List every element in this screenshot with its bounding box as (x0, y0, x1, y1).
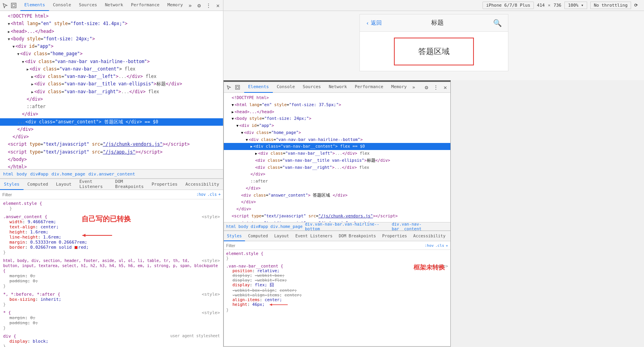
inner-styles-tabs: Styles Computed Layout Event Listeners D… (224, 231, 450, 241)
styles-tab-properties[interactable]: Properties (148, 179, 181, 190)
breadcrumb-answer[interactable]: div.answer_content (88, 172, 135, 177)
inner-styles-tab-layout[interactable]: Layout (271, 231, 292, 241)
device-width: 414 (537, 3, 545, 8)
inner-hov-filter[interactable]: :hov (424, 243, 434, 248)
phone-back-button[interactable]: ‹ 返回 (366, 20, 382, 27)
inner-settings-icon[interactable]: ⚙ (423, 84, 430, 91)
html-line: ▶<div class="van-nav-bar__right">...</di… (0, 88, 223, 96)
html-line: ▼<div id="app"> (0, 43, 223, 50)
add-style[interactable]: + (218, 192, 221, 197)
inner-styles-tab-styles[interactable]: Styles (224, 231, 245, 241)
inner-tab-console[interactable]: Console (273, 82, 299, 93)
inner-cursor-icon[interactable] (225, 84, 232, 91)
breadcrumb-body[interactable]: body (17, 172, 27, 177)
inner-tab-network[interactable]: Network (325, 82, 351, 93)
breadcrumb-html[interactable]: html (3, 172, 14, 177)
throttle-setting[interactable]: No throttling (590, 2, 631, 9)
inner-html-line: </div> (224, 171, 450, 178)
inner-css-rule-element-style: element.style { } (226, 251, 448, 260)
more-options-icon[interactable]: ⋮ (205, 2, 212, 9)
cursor-icon[interactable] (2, 2, 9, 9)
tab-performance[interactable]: Performance (127, 0, 163, 11)
inner-html-line: <div class="van-nav-bar__title van-ellip… (224, 157, 450, 164)
inner-box-inspect-icon[interactable] (234, 84, 241, 91)
styles-tab-layout[interactable]: Layout (52, 179, 76, 190)
tab-sources[interactable]: Sources (75, 0, 101, 11)
inner-breadcrumb-navcontent[interactable]: div.van-nav-bar__content (392, 222, 448, 231)
styles-tabs: Styles Computed Layout Event Listeners D… (0, 179, 223, 190)
inner-html-line: <script type="text/javascript" src="/js/… (224, 213, 450, 220)
inner-tab-sources[interactable]: Sources (299, 82, 325, 93)
html-line: ▶<div class="van-nav-bar__title van-elli… (0, 80, 223, 88)
breadcrumb-app[interactable]: div#app (30, 172, 48, 177)
styles-tab-computed[interactable]: Computed (24, 179, 52, 190)
inner-more-tabs[interactable]: » (411, 83, 417, 92)
inner-breadcrumb-navbar[interactable]: div.van-nav-bar.van-hairline--bottom (305, 222, 389, 231)
tab-memory[interactable]: Memory (163, 0, 187, 11)
devtools-settings-area: ⚙ ⋮ ✕ (196, 2, 221, 9)
inner-html-line: </div> (224, 185, 450, 192)
css-prop: margin: 0; (3, 273, 220, 278)
phone-answer-area: 答题区域 (360, 32, 508, 71)
inner-breadcrumb-app[interactable]: div#app (251, 224, 268, 229)
filter-input[interactable] (2, 192, 196, 197)
css-source: <style> (202, 310, 220, 315)
tab-console[interactable]: Console (49, 0, 75, 11)
inner-filter-bar: :hov .cls + (224, 241, 450, 250)
inner-cls-filter[interactable]: .cls (435, 243, 444, 248)
inner-css-prop: display: -webkit-box; (226, 273, 448, 278)
device-toolbar: iPhone 6/7/8 Plus 414 × 736 100% ▾ No th… (223, 0, 644, 11)
inner-breadcrumb-homepage[interactable]: div.home_page (270, 224, 303, 229)
phone-search-icon[interactable]: 🔍 (493, 19, 502, 27)
box-inspect-icon[interactable] (10, 2, 17, 9)
breadcrumb-homepage[interactable]: div.home_page (51, 172, 85, 177)
inner-add-style[interactable]: + (446, 243, 448, 248)
styles-tab-event-listeners[interactable]: Event Listeners (75, 179, 111, 190)
device-name[interactable]: iPhone 6/7/8 Plus (483, 2, 534, 9)
inner-breadcrumb-html[interactable]: html (226, 224, 236, 229)
css-prop: margin: 0; (3, 315, 220, 320)
html-line: <script type="text/javascript" src="/js/… (0, 141, 223, 148)
more-tabs-button[interactable]: » (187, 1, 193, 10)
inner-styles-tab-event[interactable]: Event Listeners (292, 231, 336, 241)
inner-tab-performance[interactable]: Performance (351, 82, 387, 93)
selected-html-line[interactable]: ...<div class="answer_content"> 答题区域 </d… (0, 118, 223, 126)
tab-elements[interactable]: Elements (20, 0, 49, 11)
css-rule-div: user agent stylesheet div { display: blo… (3, 334, 220, 347)
styles-tab-dom-breakpoints[interactable]: DOM Breakpoints (111, 179, 148, 190)
cls-filter[interactable]: .cls (207, 192, 217, 197)
inner-css-prop: position: relative; (226, 268, 448, 273)
inner-styles-tab-dom[interactable]: DOM Breakpoints (336, 231, 379, 241)
inner-devtools-panel: Elements Console Sources Network Perform… (223, 80, 451, 347)
inner-close-icon[interactable]: ✕ (442, 84, 449, 91)
inner-styles-panel: Styles Computed Layout Event Listeners D… (224, 231, 450, 346)
styles-content: element.style { } <style> .answer_conten… (0, 199, 223, 347)
html-line: </html> (0, 163, 223, 169)
close-icon[interactable]: ✕ (214, 2, 221, 9)
styles-tab-styles[interactable]: Styles (0, 179, 24, 190)
inner-tab-memory[interactable]: Memory (387, 82, 411, 93)
tab-network[interactable]: Network (101, 0, 127, 11)
inner-html-line: </div> (224, 206, 450, 213)
zoom-level[interactable]: 100% ▾ (564, 2, 587, 9)
inner-styles-tab-computed[interactable]: Computed (245, 231, 271, 241)
html-line: </div> (0, 133, 223, 141)
inner-html-line: ▼<html lang="en" style="font-size: 37.5p… (224, 101, 450, 108)
inner-css-prop: display: flex; 囧 (226, 282, 448, 288)
inner-devtools-tabs: Elements Console Sources Network Perform… (244, 82, 423, 93)
css-prop: height: 1.6rem; (3, 230, 220, 235)
hov-filter[interactable]: :hov (196, 192, 206, 197)
inner-styles-tab-properties[interactable]: Properties (379, 231, 410, 241)
inner-more-options-icon[interactable]: ⋮ (432, 84, 439, 91)
settings-icon[interactable]: ⚙ (196, 2, 203, 9)
styles-tab-accessibility[interactable]: Accessibility (181, 179, 223, 190)
html-line: </body> (0, 156, 223, 163)
inner-html-line: ▼<div class="home_page"> (224, 129, 450, 136)
inner-selected-html-line[interactable]: ▶<div class="van-nav-bar__content"> flex… (224, 143, 450, 150)
rotate-icon[interactable]: ⟳ (634, 3, 638, 8)
inner-filter-input[interactable] (226, 243, 424, 248)
inner-tab-elements[interactable]: Elements (244, 82, 273, 93)
inner-breadcrumb-body[interactable]: body (238, 224, 248, 229)
inner-styles-tab-accessibility[interactable]: Accessibility (410, 231, 448, 241)
inner-styles-content: element.style { } <style> .van-nav-bar__… (224, 250, 450, 346)
